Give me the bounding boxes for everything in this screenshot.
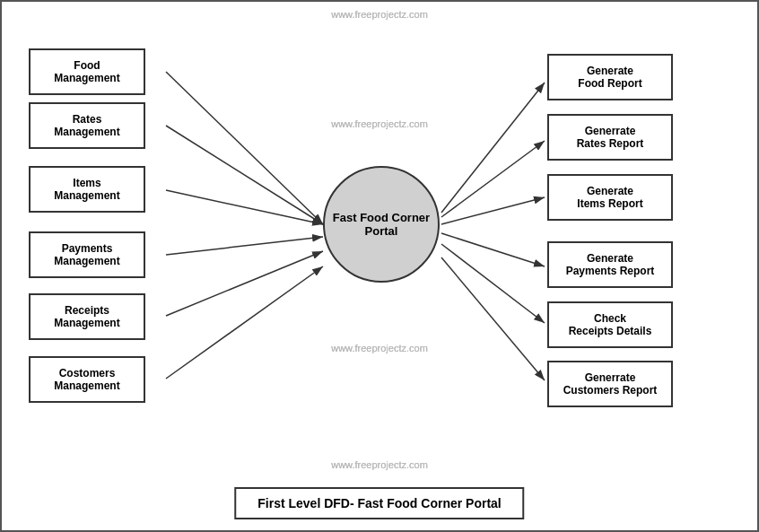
generate-food-report-box: GenerateFood Report bbox=[547, 54, 673, 100]
watermark: www.freeprojectz.com bbox=[331, 9, 428, 20]
watermark: www.freeprojectz.com bbox=[331, 9, 428, 20]
center-label: Fast Food Corner Portal bbox=[325, 211, 438, 238]
receipts-management-box: ReceiptsManagement bbox=[29, 293, 145, 340]
watermark: www.freeprojectz.com bbox=[331, 459, 428, 470]
svg-line-3 bbox=[166, 190, 323, 224]
rates-management-label: RatesManagement bbox=[54, 113, 119, 138]
svg-line-12 bbox=[441, 257, 545, 380]
watermark: www.freeprojectz.com bbox=[331, 459, 428, 470]
generate-items-report-label: GenerateItems Report bbox=[577, 185, 642, 210]
receipts-management-label: ReceiptsManagement bbox=[54, 304, 119, 329]
watermark: www.freeprojectz.com bbox=[331, 9, 428, 20]
items-management-box: ItemsManagement bbox=[29, 166, 145, 213]
svg-line-4 bbox=[166, 237, 323, 255]
watermark: www.freeprojectz.com bbox=[331, 343, 428, 353]
watermark: www.freeprojectz.com bbox=[331, 343, 428, 353]
generate-customers-report-box: GenerrateCustomers Report bbox=[547, 361, 673, 407]
watermark: www.freeprojectz.com bbox=[331, 459, 428, 470]
watermark: www.freeprojectz.com bbox=[331, 118, 428, 129]
watermark: www.freeprojectz.com bbox=[331, 118, 428, 129]
center-circle: Fast Food Corner Portal bbox=[323, 166, 440, 283]
rates-management-box: RatesManagement bbox=[29, 102, 145, 149]
diagram-title-box: First Level DFD- Fast Food Corner Portal bbox=[234, 487, 524, 519]
customers-management-box: CostomersManagement bbox=[29, 356, 145, 403]
diagram-title: First Level DFD- Fast Food Corner Portal bbox=[257, 496, 501, 510]
check-receipts-details-box: CheckReceipts Details bbox=[547, 301, 673, 348]
main-container: www.freeprojectz.com www.freeprojectz.co… bbox=[0, 0, 759, 532]
payments-management-label: PaymentsManagement bbox=[54, 242, 119, 267]
svg-line-8 bbox=[441, 141, 545, 217]
watermark: www.freeprojectz.com bbox=[331, 9, 428, 20]
watermark: www.freeprojectz.com bbox=[331, 343, 428, 353]
payments-management-box: PaymentsManagement bbox=[29, 231, 145, 278]
generate-items-report-box: GenerateItems Report bbox=[547, 174, 673, 221]
svg-line-2 bbox=[166, 126, 323, 224]
generate-payments-report-box: GeneratePayments Report bbox=[547, 241, 673, 288]
watermark: www.freeprojectz.com bbox=[331, 459, 428, 470]
watermark: www.freeprojectz.com bbox=[331, 9, 428, 20]
generate-rates-report-label: GenerrateRates Report bbox=[577, 125, 644, 150]
svg-line-1 bbox=[166, 72, 323, 224]
watermark: www.freeprojectz.com bbox=[331, 118, 428, 129]
check-receipts-details-label: CheckReceipts Details bbox=[569, 312, 652, 337]
items-management-label: ItemsManagement bbox=[54, 177, 119, 202]
generate-customers-report-label: GenerrateCustomers Report bbox=[563, 371, 658, 397]
svg-line-9 bbox=[441, 197, 545, 224]
watermark: www.freeprojectz.com bbox=[331, 343, 428, 353]
watermark: www.freeprojectz.com bbox=[331, 459, 428, 470]
food-management-label: FoodManagement bbox=[54, 59, 119, 84]
generate-food-report-label: GenerateFood Report bbox=[578, 65, 641, 90]
generate-payments-report-label: GeneratePayments Report bbox=[566, 252, 655, 277]
svg-line-11 bbox=[441, 244, 545, 323]
food-management-box: FoodManagement bbox=[29, 48, 145, 95]
customers-management-label: CostomersManagement bbox=[54, 367, 119, 392]
watermark: www.freeprojectz.com bbox=[331, 118, 428, 129]
svg-line-7 bbox=[441, 83, 545, 213]
generate-rates-report-box: GenerrateRates Report bbox=[547, 114, 673, 161]
svg-line-6 bbox=[166, 266, 323, 379]
svg-line-10 bbox=[441, 233, 545, 266]
watermark: www.freeprojectz.com bbox=[331, 118, 428, 129]
watermark: www.freeprojectz.com bbox=[331, 343, 428, 353]
svg-line-5 bbox=[166, 251, 323, 316]
